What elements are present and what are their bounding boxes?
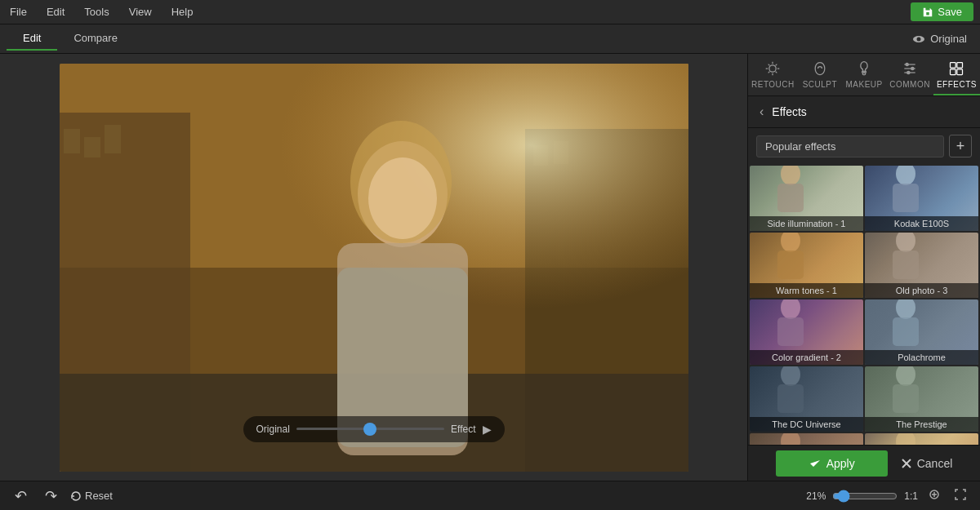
svg-rect-27 (951, 63, 956, 69)
svg-point-33 (896, 166, 915, 185)
zoom-slider[interactable] (832, 490, 898, 503)
effects-category-dropdown[interactable]: Popular effects (756, 135, 944, 157)
fullscreen-icon (954, 488, 967, 501)
svg-point-31 (781, 166, 800, 185)
thumb-person-icon (766, 366, 815, 415)
tab-compare[interactable]: Compare (57, 27, 133, 51)
effect-last1[interactable] (750, 433, 863, 445)
redo-button[interactable]: ↷ (40, 486, 62, 507)
retouch-icon (764, 60, 781, 77)
effect-prestige-label: The Prestige (865, 417, 978, 432)
effect-prestige[interactable]: The Prestige (865, 366, 978, 432)
menu-edit[interactable]: Edit (43, 4, 68, 20)
effects-header: ‹ Effects (748, 96, 980, 128)
apply-button[interactable]: Apply (776, 450, 888, 477)
effect-polachrome[interactable]: Polachrome (865, 299, 978, 365)
canvas-area: Original Effect ▶ (0, 54, 747, 481)
svg-point-39 (781, 299, 800, 319)
photo-svg (60, 64, 688, 472)
slider-thumb[interactable] (363, 423, 376, 436)
effect-kodak[interactable]: Kodak E100S (865, 166, 978, 231)
fullscreen-button[interactable] (951, 486, 970, 505)
undo-button[interactable]: ↶ (10, 486, 32, 507)
svg-rect-46 (893, 384, 919, 413)
menu-tools[interactable]: Tools (81, 4, 112, 20)
back-button[interactable]: ‹ (758, 103, 765, 121)
effects-icon (948, 60, 964, 77)
common-label: COMMON (889, 80, 930, 89)
svg-point-35 (781, 233, 800, 252)
effect-side-illumination-label: Side illumination - 1 (750, 216, 863, 231)
effect-side-illumination[interactable]: Side illumination - 1 (750, 166, 863, 231)
svg-rect-42 (893, 317, 919, 346)
svg-point-41 (896, 299, 915, 319)
thumb-person-icon (766, 233, 815, 282)
edit-toolbar: Edit Compare Original (0, 24, 980, 54)
common-icon (902, 60, 918, 77)
slider-effect-label: Effect (451, 424, 475, 435)
save-icon (922, 7, 933, 18)
svg-point-25 (911, 67, 914, 69)
thumb-person-icon (766, 166, 815, 215)
svg-point-45 (896, 366, 915, 386)
effect-warm-tones[interactable]: Warm tones - 1 (750, 233, 863, 298)
add-effect-button[interactable]: + (949, 135, 972, 157)
zoom-percentage: 21% (806, 490, 826, 502)
svg-point-37 (896, 233, 915, 252)
tab-edit[interactable]: Edit (7, 27, 57, 51)
photo-container[interactable]: Original Effect ▶ (60, 64, 688, 472)
slider-original-label: Original (256, 424, 290, 435)
tab-common[interactable]: COMMON (886, 54, 933, 95)
menu-view[interactable]: View (126, 4, 155, 20)
effect-kodak-label: Kodak E100S (865, 216, 978, 231)
svg-rect-29 (951, 69, 956, 75)
svg-point-26 (907, 71, 910, 73)
svg-rect-38 (893, 251, 919, 279)
thumb-person-icon (766, 433, 815, 445)
svg-point-24 (906, 63, 908, 65)
svg-rect-36 (777, 251, 804, 279)
thumb-person-icon (766, 299, 815, 348)
thumb-person-icon (881, 233, 930, 282)
fit-icon (928, 488, 941, 501)
right-panel: RETOUCH SCULPT MAKEUP COMMON EFFECTS (747, 54, 980, 481)
save-button[interactable]: Save (911, 2, 973, 21)
makeup-icon (856, 60, 872, 77)
action-bar: Apply Cancel (748, 445, 980, 481)
effect-last2[interactable] (865, 433, 978, 445)
tab-makeup[interactable]: MAKEUP (842, 54, 886, 95)
effects-grid: Side illumination - 1 Kodak E100S (748, 164, 980, 445)
menu-help[interactable]: Help (168, 4, 197, 20)
effects-label: EFFECTS (937, 80, 977, 89)
effects-panel: ‹ Effects Popular effects + (748, 96, 980, 445)
eye-icon (912, 33, 925, 46)
x-icon (901, 458, 912, 469)
retouch-label: RETOUCH (751, 80, 795, 89)
svg-rect-30 (957, 69, 963, 75)
svg-point-16 (368, 157, 437, 239)
sculpt-label: SCULPT (803, 80, 837, 89)
svg-rect-28 (957, 63, 963, 69)
main-area: Original Effect ▶ RETOUCH SCULPT (0, 54, 980, 481)
effect-dc-universe[interactable]: The DC Universe (750, 366, 863, 432)
cancel-button[interactable]: Cancel (901, 457, 953, 470)
effect-polachrome-label: Polachrome (865, 350, 978, 365)
slider-arrow-icon[interactable]: ▶ (483, 423, 492, 436)
svg-rect-40 (777, 317, 804, 346)
comparison-slider[interactable]: Original Effect ▶ (243, 416, 505, 442)
tab-sculpt[interactable]: SCULPT (798, 54, 842, 95)
original-toggle[interactable]: Original (912, 33, 967, 46)
fit-button[interactable] (924, 486, 944, 505)
tab-retouch[interactable]: RETOUCH (748, 54, 798, 95)
svg-rect-34 (893, 184, 919, 212)
panel-tabs: RETOUCH SCULPT MAKEUP COMMON EFFECTS (748, 54, 980, 96)
thumb-person-icon (881, 433, 930, 445)
menu-file[interactable]: File (7, 4, 30, 20)
effect-color-gradient[interactable]: Color gradient - 2 (750, 299, 863, 365)
svg-point-1 (917, 37, 921, 41)
effect-old-photo[interactable]: Old photo - 3 (865, 233, 978, 298)
reset-button[interactable]: Reset (70, 490, 113, 502)
svg-point-18 (769, 65, 776, 72)
tab-effects[interactable]: EFFECTS (933, 54, 980, 95)
slider-track[interactable] (296, 428, 444, 430)
